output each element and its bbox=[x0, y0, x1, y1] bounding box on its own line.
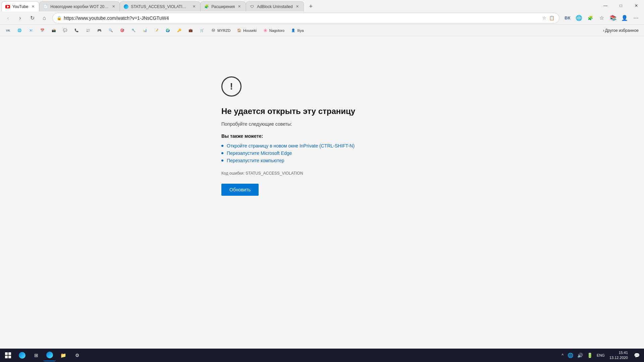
tab-youtube-close[interactable]: ✕ bbox=[30, 4, 36, 9]
tab-extensions[interactable]: 🧩 Расширения ✕ bbox=[200, 1, 246, 11]
bookmark-game[interactable]: 🎮 bbox=[94, 26, 105, 35]
bookmark-nagotoro-label: Nagotoro bbox=[269, 28, 284, 33]
address-bar[interactable]: 🔒 https://www.youtube.com/watch?v=1-JNsC… bbox=[52, 13, 559, 23]
bookmark-target-favicon: 🎯 bbox=[119, 28, 125, 33]
tab-status-title: STATUS_ACCESS_VIOLATION - M... bbox=[131, 4, 189, 9]
bookmark-news[interactable]: 📰 bbox=[83, 26, 93, 35]
error-container: ! Не удается открыть эту страницу Попроб… bbox=[221, 76, 423, 196]
error-code: Код ошибки: STATUS_ACCESS_VIOLATION bbox=[221, 171, 303, 176]
address-text: https://www.youtube.com/watch?v=1-JNsCGT… bbox=[64, 15, 539, 21]
bookmark-1[interactable]: 🌐 bbox=[14, 26, 25, 35]
bookmark-calendar[interactable]: 📅 bbox=[37, 26, 48, 35]
bookmark-vk-favicon: VK bbox=[5, 28, 11, 33]
cortana-button[interactable] bbox=[15, 349, 29, 361]
bookmark-instagram-favicon: 📸 bbox=[51, 28, 56, 33]
bookmark-phone[interactable]: 📞 bbox=[71, 26, 82, 35]
bookmark-extra-5[interactable]: 🛒 bbox=[197, 26, 207, 35]
taskbar: ⊞ 📁 ⚙ ^ 🌐 🔊 🔋 ENG 15:41 13.12.2020 💬 bbox=[0, 349, 644, 362]
bookmark-iliya[interactable]: 👤 Iliya bbox=[288, 26, 307, 35]
title-bar: YouTube ✕ 📄 Новогодние коробки WOT 202..… bbox=[0, 0, 644, 11]
back-button[interactable]: ‹ bbox=[3, 13, 13, 23]
bookmark-instagram[interactable]: 📸 bbox=[48, 26, 59, 35]
taskbar-date: 13.12.2020 bbox=[609, 355, 628, 360]
forward-button[interactable]: › bbox=[15, 13, 25, 23]
suggestion-inprivate[interactable]: Откройте страницу в новом окне InPrivate… bbox=[221, 142, 355, 149]
bing-toolbar-btn[interactable]: 🌐 bbox=[574, 13, 584, 23]
refresh-button-nav[interactable]: ↻ bbox=[27, 13, 38, 23]
notification-button[interactable]: 💬 bbox=[631, 349, 643, 361]
window-controls: — □ ✕ bbox=[598, 0, 644, 11]
network-icon[interactable]: 🌐 bbox=[566, 349, 575, 361]
language-indicator[interactable]: ENG bbox=[595, 349, 607, 361]
bookmark-vk[interactable]: VK bbox=[3, 26, 13, 35]
error-icon: ! bbox=[221, 76, 241, 97]
bookmark-extra-4[interactable]: 💼 bbox=[185, 26, 196, 35]
tab-wot-title: Новогодние коробки WOT 202... bbox=[50, 4, 109, 9]
bookmark-chart-favicon: 📊 bbox=[142, 28, 148, 33]
collections-toolbar-btn[interactable]: 📚 bbox=[608, 13, 619, 23]
bookmarks-more-icon: › bbox=[603, 28, 604, 33]
new-tab-button[interactable]: + bbox=[305, 1, 317, 11]
extensions-favicon: 🧩 bbox=[204, 4, 209, 9]
bookmarks-more-label: Другое избранное bbox=[605, 28, 639, 33]
bookmark-extra-1[interactable]: 📝 bbox=[151, 26, 162, 35]
bookmark-gmail-favicon: 📧 bbox=[28, 28, 34, 33]
tab-status[interactable]: STATUS_ACCESS_VIOLATION - M... ✕ bbox=[120, 1, 200, 11]
taskbar-file-explorer[interactable]: 📁 bbox=[56, 349, 70, 361]
tab-extensions-close[interactable]: ✕ bbox=[237, 4, 242, 9]
bookmark-tools-favicon: 🔧 bbox=[131, 28, 136, 33]
bookmark-phone-favicon: 📞 bbox=[74, 28, 79, 33]
favorites-button[interactable]: ☆ bbox=[596, 13, 607, 23]
volume-icon[interactable]: 🔊 bbox=[575, 349, 585, 361]
bookmark-whatsapp-favicon: 💬 bbox=[62, 28, 68, 33]
bookmark-iliya-label: Iliya bbox=[297, 28, 304, 33]
bookmark-whatsapp[interactable]: 💬 bbox=[60, 26, 70, 35]
tab-adblock[interactable]: 🛡 AdBlock Uninstalled ✕ bbox=[246, 1, 304, 11]
minimize-button[interactable]: — bbox=[598, 0, 613, 11]
bookmark-news-favicon: 📰 bbox=[85, 28, 91, 33]
star-icon[interactable]: ☆ bbox=[541, 15, 548, 21]
bookmark-gmail[interactable]: 📧 bbox=[25, 26, 36, 35]
refresh-page-button[interactable]: Обновить bbox=[221, 184, 259, 196]
start-icon bbox=[5, 352, 11, 358]
bookmark-nagotoro[interactable]: 🌸 Nagotoro bbox=[260, 26, 287, 35]
start-button[interactable] bbox=[1, 349, 15, 361]
taskbar-settings[interactable]: ⚙ bbox=[70, 349, 84, 361]
extension-toolbar-btn[interactable]: 🧩 bbox=[585, 13, 596, 23]
bookmark-myrzd[interactable]: Ⓜ MYRZD bbox=[208, 26, 233, 35]
taskbar-edge-app[interactable] bbox=[44, 349, 56, 361]
battery-icon[interactable]: 🔋 bbox=[585, 349, 595, 361]
nav-bar: ‹ › ↻ ⌂ 🔒 https://www.youtube.com/watch?… bbox=[0, 11, 644, 25]
close-button[interactable]: ✕ bbox=[629, 0, 644, 11]
collections-icon[interactable]: 📋 bbox=[548, 15, 555, 21]
tab-adblock-close[interactable]: ✕ bbox=[295, 4, 300, 9]
bookmark-extra-3[interactable]: 🔑 bbox=[174, 26, 184, 35]
settings-button[interactable]: ⋯ bbox=[631, 13, 641, 23]
taskbar-right: ^ 🌐 🔊 🔋 ENG 15:41 13.12.2020 💬 bbox=[559, 349, 643, 361]
status-favicon bbox=[123, 4, 129, 9]
home-button[interactable]: ⌂ bbox=[39, 13, 50, 23]
taskbar-clock[interactable]: 15:41 13.12.2020 bbox=[607, 349, 631, 361]
tab-extensions-title: Расширения bbox=[211, 4, 235, 9]
tab-youtube[interactable]: YouTube ✕ bbox=[1, 1, 39, 11]
profile-button[interactable]: 👤 bbox=[619, 13, 630, 23]
bookmarks-more-button[interactable]: › Другое избранное bbox=[600, 27, 641, 34]
bookmark-houseki[interactable]: 🏠 Houseki bbox=[234, 26, 259, 35]
bookmark-tools[interactable]: 🔧 bbox=[128, 26, 139, 35]
tab-status-close[interactable]: ✕ bbox=[191, 4, 197, 9]
task-view-button[interactable]: ⊞ bbox=[30, 349, 43, 361]
suggestion-edge[interactable]: Перезапустите Microsoft Edge bbox=[221, 149, 355, 157]
vk-toolbar-btn[interactable]: ВК bbox=[562, 13, 573, 23]
bookmark-target[interactable]: 🎯 bbox=[117, 26, 127, 35]
tab-wot[interactable]: 📄 Новогодние коробки WOT 202... ✕ bbox=[39, 1, 120, 11]
maximize-button[interactable]: □ bbox=[613, 0, 629, 11]
lock-icon: 🔒 bbox=[57, 16, 62, 20]
bookmark-extra-2[interactable]: 🌍 bbox=[162, 26, 173, 35]
bookmark-search[interactable]: 🔍 bbox=[105, 26, 116, 35]
bookmark-game-favicon: 🎮 bbox=[97, 28, 102, 33]
tab-wot-close[interactable]: ✕ bbox=[111, 4, 116, 9]
suggestion-restart[interactable]: Перезапустите компьютер bbox=[221, 157, 355, 164]
show-hidden-icons[interactable]: ^ bbox=[559, 349, 566, 361]
wot-favicon: 📄 bbox=[43, 4, 48, 9]
bookmark-chart[interactable]: 📊 bbox=[140, 26, 150, 35]
